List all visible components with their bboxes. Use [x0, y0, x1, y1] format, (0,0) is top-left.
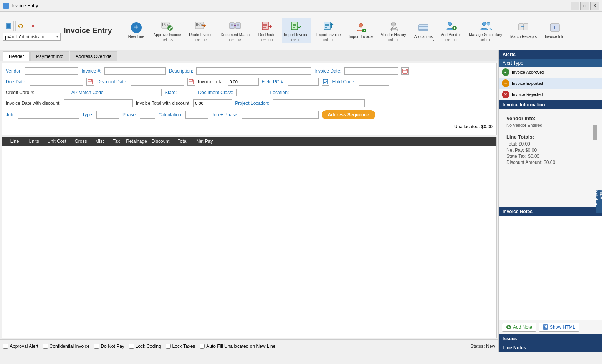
location-label[interactable]: Location: [270, 90, 289, 95]
add-note-button[interactable]: Add Note [502, 323, 536, 332]
invoice-date-input[interactable] [344, 67, 398, 75]
match-receipts-icon [517, 22, 529, 34]
refresh-btn[interactable] [15, 21, 26, 31]
invoice-total-input[interactable] [228, 78, 259, 86]
invoice-info-header: Invoice Information [499, 100, 602, 109]
due-date-calendar-button[interactable] [86, 78, 94, 86]
minimize-button[interactable]: ─ [571, 2, 579, 10]
issues-header: Issues [499, 334, 602, 343]
show-html-button[interactable]: Show HTML [539, 323, 579, 332]
calculation-input[interactable] [185, 111, 208, 119]
alert-invoice-exported[interactable]: → Invoice Exported [499, 78, 602, 89]
vendor-history-button[interactable]: Vendor History Ctrl + H [379, 18, 408, 43]
invoice-info-button[interactable]: i Invoice Info [542, 20, 567, 41]
ap-match-input[interactable] [108, 89, 162, 96]
notes-area [499, 216, 602, 320]
field-po-label[interactable]: Field PO #: [262, 79, 285, 84]
form-row-4: Invoice Date with discount: Invoice Tota… [6, 99, 493, 107]
import-invoice2-icon [355, 22, 367, 34]
invoice-num-input[interactable] [104, 67, 166, 75]
project-location-input[interactable] [273, 99, 365, 107]
inv-date-discount-input[interactable] [64, 99, 133, 107]
field-po-checkbox-button[interactable] [322, 78, 329, 86]
discount-date-input[interactable] [131, 78, 184, 86]
confidential-invoice-check[interactable] [43, 344, 48, 349]
invoice-date-label[interactable]: Invoice Date: [314, 68, 341, 74]
calculation-label[interactable]: Calculation: [158, 112, 182, 117]
user-dropdown[interactable]: pVault Administrator ▼ [3, 33, 61, 41]
toolbar: ✕ pVault Administrator ▼ Invoice Entry +… [0, 12, 602, 50]
document-class-label[interactable]: Document Class: [198, 90, 233, 95]
new-line-button[interactable]: + New Line [125, 20, 148, 41]
vendor-info-section: Vendor Info: No Vendor Entered [503, 113, 592, 131]
add-vendor-button[interactable]: Add Vendor Ctrl + O [438, 18, 463, 43]
alert-invoice-rejected[interactable]: ✕ Invoice Rejected [499, 89, 602, 100]
maximize-button[interactable]: □ [580, 2, 589, 10]
delete-btn[interactable]: ✕ [28, 21, 38, 31]
lock-coding-check[interactable] [129, 344, 134, 349]
discount-amount-line: Discount Amount: $0.00 [506, 160, 588, 165]
app-title-block: ✕ pVault Administrator ▼ Invoice Entry [3, 21, 117, 41]
docroute-button[interactable]: DocRoute Ctrl + D [255, 18, 278, 43]
import-invoice-button[interactable]: Import Invoice Ctrl + I [282, 18, 311, 43]
type-input[interactable] [96, 111, 119, 119]
match-receipts-button[interactable]: Match Receipts [508, 20, 539, 41]
job-phase-input[interactable] [242, 111, 319, 119]
credit-card-input[interactable] [38, 89, 68, 96]
vendor-input[interactable] [25, 67, 78, 75]
hold-code-input[interactable] [359, 78, 389, 86]
unallocated-value: $0.00 [481, 124, 493, 129]
svg-text:i: i [554, 25, 555, 30]
hold-code-label[interactable]: Hold Code: [332, 79, 356, 84]
new-line-icon: + [130, 22, 142, 34]
approve-invoice-button[interactable]: INV Approve Invoice Ctrl + A [151, 18, 184, 43]
tab-address-override[interactable]: Address Override [70, 51, 117, 61]
job-label[interactable]: Job: [6, 112, 15, 117]
inv-total-discount-input[interactable] [194, 99, 232, 107]
location-input[interactable] [292, 89, 361, 96]
auto-fill-check[interactable] [200, 344, 205, 349]
do-not-pay-check[interactable] [94, 344, 99, 349]
description-input[interactable] [196, 67, 311, 75]
manage-secondary-button[interactable]: Manage Secondary Ctrl + G [466, 18, 504, 43]
export-invoice-button[interactable]: Export Invoice Ctrl + E [314, 18, 343, 43]
approved-dot-icon: ✓ [502, 68, 509, 76]
invoice-date-calendar-button[interactable] [401, 67, 409, 75]
field-po-input[interactable] [288, 78, 319, 86]
due-date-input[interactable] [30, 78, 83, 86]
route-invoice-button[interactable]: INV Route Invoice Ctrl + R [187, 18, 215, 43]
approval-alert-check[interactable] [3, 344, 8, 349]
state-label[interactable]: State: [165, 90, 177, 95]
project-location-label[interactable]: Project Location: [235, 101, 269, 106]
lock-taxes-check[interactable] [166, 344, 171, 349]
discount-date-calendar-button[interactable] [187, 78, 195, 86]
tab-header[interactable]: Header [3, 51, 30, 61]
scrollbar-track[interactable] [593, 125, 597, 130]
phase-input[interactable] [140, 111, 155, 119]
job-input[interactable] [18, 111, 79, 119]
due-date-label[interactable]: Due Date: [6, 79, 26, 84]
hide-sidebar-button[interactable]: Hide Sidebar [596, 190, 602, 213]
address-sequence-button[interactable]: Address Sequence [322, 110, 375, 119]
lock-coding-label: Lock Coding [136, 344, 161, 349]
tab-payment-info[interactable]: Payment Info [30, 51, 69, 61]
discount-date-label[interactable]: Discount Date: [97, 79, 127, 84]
alert-invoice-approved[interactable]: ✓ Invoice Approved [499, 67, 602, 78]
svg-rect-54 [323, 79, 328, 84]
document-class-input[interactable] [237, 89, 267, 96]
allocations-icon [417, 22, 430, 34]
svg-rect-50 [189, 80, 194, 84]
import-invoice2-button[interactable]: Import Invoice [346, 20, 375, 41]
save-btn[interactable] [3, 21, 14, 31]
toolbar-buttons: + New Line INV Approve Invoice Ctrl + A [123, 13, 569, 48]
do-not-pay-label: Do Not Pay [101, 344, 124, 349]
close-button[interactable]: ✕ [590, 2, 599, 10]
ap-match-label[interactable]: AP Match Code: [71, 90, 105, 95]
document-match-button[interactable]: Document Match Ctrl + M [218, 18, 252, 43]
vendor-label[interactable]: Vendor: [6, 68, 22, 74]
title-bar-text: Invoice Entry [12, 3, 38, 8]
allocations-button[interactable]: Allocations [412, 20, 435, 41]
state-input[interactable] [180, 89, 195, 96]
scrollbar-thumb[interactable] [593, 125, 597, 140]
lock-taxes-checkbox: Lock Taxes [166, 344, 195, 349]
